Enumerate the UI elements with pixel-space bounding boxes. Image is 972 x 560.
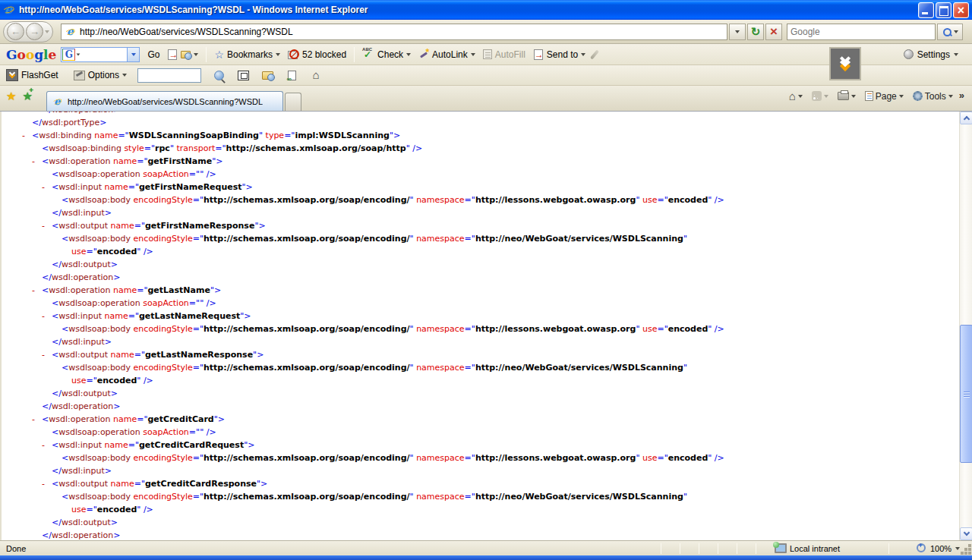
home-icon: ⌂ bbox=[789, 91, 796, 102]
collapse-marker[interactable]: - bbox=[42, 181, 45, 193]
stop-button[interactable]: × bbox=[765, 24, 782, 40]
xml-line: </wsdl:operation> bbox=[2, 271, 958, 284]
capture-window-icon bbox=[238, 71, 249, 80]
spellcheck-dropdown-icon[interactable] bbox=[406, 53, 411, 56]
zone-label: Local intranet bbox=[790, 544, 840, 553]
xml-line: </wsdl:input> bbox=[2, 206, 958, 219]
url-input[interactable] bbox=[80, 27, 724, 37]
print-dropdown-icon[interactable] bbox=[851, 95, 856, 98]
xml-line: -<wsdl:output name="getCreditCardRespons… bbox=[2, 477, 958, 490]
refresh-button[interactable]: ↻ bbox=[747, 24, 764, 40]
back-button[interactable]: ← bbox=[7, 23, 24, 40]
send-to-dropdown-icon[interactable] bbox=[581, 53, 585, 56]
flashget-button[interactable]: FlashGet bbox=[6, 69, 58, 81]
google-logo: Google bbox=[6, 47, 56, 62]
active-tab[interactable]: e http://neo/WebGoat/services/WSDLScanni… bbox=[46, 91, 283, 111]
status-text: Done bbox=[0, 544, 661, 553]
spellcheck-button[interactable]: Check bbox=[362, 49, 411, 60]
xml-line: use="encoded" /> bbox=[2, 245, 958, 258]
collapse-marker[interactable]: - bbox=[32, 284, 35, 297]
flashget-download-all-button[interactable] bbox=[285, 68, 298, 82]
xml-line: -<wsdl:output name="getFirstNameResponse… bbox=[2, 219, 958, 232]
home-button[interactable]: ⌂ bbox=[786, 90, 806, 103]
tools-menu-button[interactable]: Tools bbox=[910, 90, 956, 103]
xml-line: -<wsdl:binding name="WSDLScanningSoapBin… bbox=[2, 129, 958, 142]
collapse-marker[interactable]: - bbox=[22, 129, 25, 142]
globe-search-icon bbox=[214, 71, 224, 80]
bookmarks-button[interactable]: ☆ Bookmarks bbox=[214, 49, 280, 61]
scrollbar-grip bbox=[964, 394, 970, 395]
collapse-marker[interactable]: - bbox=[42, 477, 45, 490]
scroll-down-button[interactable] bbox=[960, 527, 972, 540]
g-dropdown-icon[interactable] bbox=[77, 53, 80, 55]
flashget-capture-button[interactable] bbox=[236, 68, 250, 82]
flashget-home-button[interactable]: ⌂ bbox=[309, 68, 323, 82]
options-dropdown-icon[interactable] bbox=[122, 74, 127, 77]
search-history-dropdown[interactable] bbox=[127, 48, 139, 61]
new-tab-button[interactable] bbox=[285, 93, 301, 111]
toolbar-settings-button[interactable]: Settings bbox=[904, 49, 958, 60]
collapse-marker[interactable]: - bbox=[32, 155, 35, 168]
collapse-marker[interactable]: - bbox=[32, 413, 35, 426]
search-news-button[interactable] bbox=[167, 49, 198, 60]
settings-dropdown-icon[interactable] bbox=[954, 53, 958, 56]
maximize-button[interactable] bbox=[936, 2, 951, 18]
search-go-button[interactable] bbox=[937, 24, 963, 40]
xml-line: </wsdl:input> bbox=[2, 335, 958, 348]
add-favorite-button[interactable]: ★+ bbox=[22, 90, 32, 103]
collapse-marker[interactable]: - bbox=[42, 219, 45, 232]
google-search-combo[interactable]: G bbox=[61, 47, 140, 62]
collapse-marker[interactable]: - bbox=[42, 310, 45, 322]
address-field[interactable]: e bbox=[61, 24, 727, 40]
send-to-button[interactable]: Send to bbox=[533, 49, 585, 60]
xml-line: <wsdlsoap:body encodingStyle="http://sch… bbox=[2, 361, 958, 374]
address-dropdown-button[interactable] bbox=[729, 24, 746, 40]
flashget-options-button[interactable]: Options bbox=[74, 70, 127, 80]
collapse-marker[interactable]: - bbox=[42, 439, 45, 451]
search-options-dropdown-icon[interactable] bbox=[954, 30, 958, 33]
chevron-down-icon bbox=[963, 530, 969, 536]
zoom-dropdown-icon[interactable] bbox=[955, 547, 960, 550]
command-overflow-button[interactable]: » bbox=[959, 90, 964, 102]
home-dropdown-icon[interactable] bbox=[798, 95, 803, 98]
xml-line: <wsdlsoap:body encodingStyle="http://sch… bbox=[2, 451, 958, 464]
window-bottom-border bbox=[0, 555, 972, 560]
close-button[interactable] bbox=[953, 2, 969, 18]
tab-bar: ★ ★+ e http://neo/WebGoat/services/WSDLS… bbox=[0, 86, 972, 112]
tab-title: http://neo/WebGoat/services/WSDLScanning… bbox=[68, 97, 263, 106]
xml-line: </wsdl:portType> bbox=[2, 116, 958, 129]
popup-blocker-button[interactable]: 52 blocked bbox=[288, 49, 346, 60]
autolink-dropdown-icon[interactable] bbox=[471, 53, 475, 56]
favorites-center-button[interactable]: ★ bbox=[6, 90, 16, 103]
collapse-marker[interactable]: - bbox=[42, 348, 45, 361]
flashget-search-button[interactable] bbox=[212, 68, 226, 82]
favorites-buttons: ★ ★+ bbox=[3, 86, 37, 111]
google-go-button[interactable]: Go bbox=[147, 49, 159, 60]
zoom-control[interactable]: 100% bbox=[917, 543, 960, 553]
search-box[interactable] bbox=[787, 24, 936, 40]
vertical-scrollbar[interactable] bbox=[959, 112, 972, 540]
flashget-site-explorer-button[interactable] bbox=[260, 68, 274, 82]
autolink-button[interactable]: AutoLink bbox=[418, 49, 475, 60]
popup-blocker-icon bbox=[288, 49, 299, 59]
minimize-button[interactable] bbox=[918, 2, 934, 18]
flashget-banner-icon[interactable] bbox=[829, 47, 861, 80]
recent-pages-dropdown-icon[interactable] bbox=[45, 30, 49, 33]
xml-tree: </wsdl:operation></wsdl:portType>-<wsdl:… bbox=[2, 113, 958, 540]
print-button[interactable] bbox=[835, 90, 859, 102]
resize-grip[interactable] bbox=[968, 552, 971, 555]
scrollbar-thumb[interactable] bbox=[960, 325, 972, 463]
search-input[interactable] bbox=[791, 27, 932, 37]
sitesearch-dropdown-icon[interactable] bbox=[194, 53, 198, 56]
news-icon bbox=[167, 49, 178, 60]
page-dropdown-icon[interactable] bbox=[899, 95, 904, 98]
flashget-url-input[interactable] bbox=[137, 68, 201, 83]
google-g-icon[interactable]: G bbox=[62, 49, 75, 61]
scroll-up-button[interactable] bbox=[960, 112, 972, 124]
tools-dropdown-icon[interactable] bbox=[948, 95, 953, 98]
bookmarks-dropdown-icon[interactable] bbox=[276, 53, 280, 56]
page-menu-button[interactable]: Page bbox=[862, 90, 907, 103]
forward-button[interactable]: → bbox=[26, 23, 43, 40]
title-bar: e http://neo/WebGoat/services/WSDLScanni… bbox=[0, 0, 972, 20]
window-title: http://neo/WebGoat/services/WSDLScanning… bbox=[19, 5, 918, 15]
